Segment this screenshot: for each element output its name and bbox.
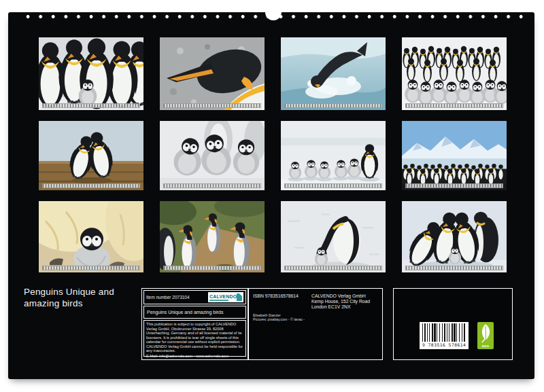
picture-credit: Pictures: pixabay.com - © lanau - — [253, 317, 305, 321]
calvendo-logo-text: CALVENDO — [209, 294, 237, 299]
hanger-hole — [265, 12, 282, 20]
publisher-street: Kemp House, 152 City Road — [311, 299, 370, 304]
mini-calendar-strip — [405, 103, 503, 108]
mini-calendar-strip — [284, 103, 382, 108]
copyright-text: This publication is subject to copyright… — [146, 322, 243, 353]
thumbnail-chick-under-belly — [39, 201, 143, 272]
mini-calendar-strip — [42, 183, 140, 188]
thumbnail-king-penguin-head — [160, 37, 265, 110]
thumbnail-colony-chicks — [402, 37, 507, 110]
author-credit-block: Elisabeth Stanzer Pictures: pixabay.com … — [253, 313, 305, 322]
mini-calendar-strip — [284, 183, 382, 188]
thumbnail-courting-pair — [39, 121, 143, 190]
contact-line: E-Mail: info@calvendo.com • www.calvendo… — [146, 354, 243, 359]
thumbnail-mountain-colony — [402, 121, 507, 190]
eco-label: eco — [477, 344, 494, 349]
thumbnail-diving-penguin — [281, 37, 386, 110]
thumbnail-huddle-group — [402, 201, 507, 272]
calendar-title: Penguins Unique and amazing birds — [147, 310, 223, 315]
publisher-address: CALVENDO Verlag GmbH Kemp House, 152 Cit… — [311, 293, 370, 310]
barcode-digits: 9 783516 578614 — [422, 342, 466, 348]
calendar-back-cover: Penguins Unique and amazing birds Item n… — [8, 12, 534, 379]
calvendo-logo-icon — [237, 293, 242, 301]
item-number-row: Item number 2073104 CALVENDO — [143, 290, 246, 304]
item-number: Item number 2073104 — [146, 295, 190, 300]
mini-calendar-strip — [284, 266, 382, 270]
mini-calendar-strip — [42, 266, 140, 270]
publisher-name: CALVENDO Verlag GmbH — [311, 293, 370, 299]
publisher-city: London EC1V 2NX — [311, 304, 370, 310]
thumbnail-grid — [39, 37, 507, 272]
mini-calendar-strip — [163, 266, 261, 270]
thumbnail-penguin-group-snow — [39, 37, 143, 110]
eco-leaf-icon — [477, 322, 494, 344]
mini-calendar-strip — [163, 103, 261, 108]
mini-calendar-strip — [42, 103, 140, 108]
barcode-bars — [422, 323, 466, 342]
mini-calendar-strip — [163, 183, 261, 188]
thumbnail-kings-in-habitat — [160, 201, 265, 272]
isbn-publisher-box: ISBN 9783516578614 CALVENDO Verlag GmbH … — [248, 288, 383, 360]
copyright-row: This publication is subject to copyright… — [143, 320, 246, 357]
cover-title: Penguins Unique and amazing birds — [24, 287, 114, 309]
barcode-box: 9 783516 578614 eco — [393, 288, 513, 360]
calvendo-logo: CALVENDO — [208, 292, 243, 302]
mini-calendar-strip — [405, 266, 503, 270]
eco-logo: eco — [477, 322, 494, 349]
publication-info-box: Item number 2073104 CALVENDO Penguins Un… — [141, 288, 248, 360]
ean-barcode: 9 783516 578614 — [420, 322, 469, 349]
thumbnail-chick-march — [281, 121, 386, 190]
calvendo-logo-tagline — [209, 300, 228, 301]
thumbnail-bowing-adult-with-chick — [281, 201, 386, 272]
cover-title-line2: amazing birds — [24, 298, 114, 310]
thumbnail-chicks-hugging — [160, 121, 265, 190]
calendar-title-row: Penguins Unique and amazing birds — [143, 306, 246, 319]
cover-title-line1: Penguins Unique and — [24, 287, 114, 298]
isbn-number: ISBN 9783516578614 — [253, 293, 299, 298]
mini-calendar-strip — [405, 183, 503, 188]
